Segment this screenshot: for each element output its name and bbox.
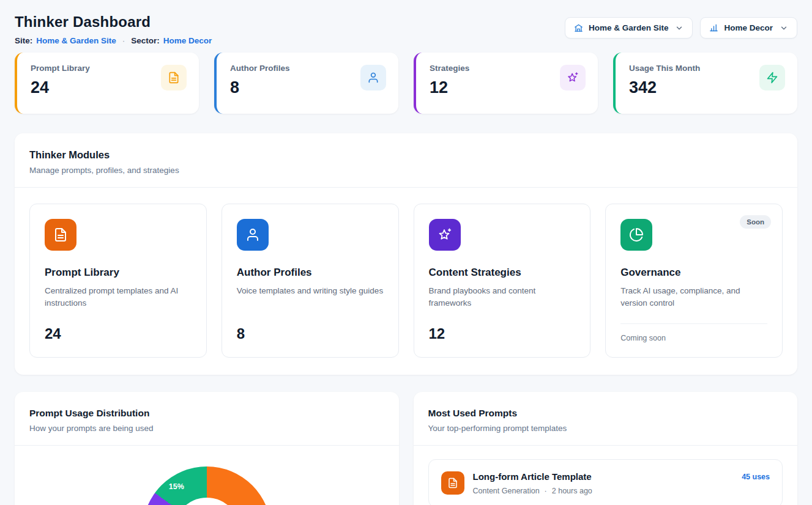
usage-chart-header: Prompt Usage Distribution How your promp… — [15, 392, 399, 445]
module-card-governance[interactable]: Soon Governance Track AI usage, complian… — [605, 204, 783, 358]
bottom-row: Prompt Usage Distribution How your promp… — [15, 392, 797, 505]
usage-distribution-panel: Prompt Usage Distribution How your promp… — [15, 392, 399, 505]
sector-selector-label: Home Decor — [724, 23, 773, 32]
stat-value: 8 — [230, 78, 290, 97]
topbar: Thinker Dashboard Site: Home & Garden Si… — [15, 13, 797, 45]
donut-segment-label: 15% — [169, 482, 184, 491]
site-sector-line: Site: Home & Garden Site · Sector: Home … — [15, 36, 212, 45]
modules-header: Thinker Modules Manage prompts, profiles… — [15, 133, 797, 187]
module-description: Brand playbooks and content frameworks — [429, 285, 576, 317]
prompt-title: Long-form Article Template — [473, 471, 734, 482]
stat-value: 342 — [629, 78, 700, 97]
module-title: Author Profiles — [237, 267, 384, 279]
user-icon — [237, 219, 269, 251]
pie-chart-icon — [620, 219, 652, 251]
dashboard-page: Thinker Dashboard Site: Home & Garden Si… — [0, 0, 812, 505]
module-title: Governance — [620, 267, 767, 279]
soon-badge: Soon — [740, 215, 771, 229]
module-count: 12 — [429, 325, 576, 342]
sector-link[interactable]: Home Decor — [163, 36, 212, 45]
stat-label: Author Profiles — [230, 64, 290, 73]
module-card-author-profiles[interactable]: Author Profiles Voice templates and writ… — [222, 204, 399, 358]
most-used-header: Most Used Prompts Your top-performing pr… — [414, 392, 798, 445]
module-title: Prompt Library — [45, 267, 192, 279]
sector-selector-button[interactable]: Home Decor — [700, 17, 797, 39]
most-used-prompts-panel: Most Used Prompts Your top-performing pr… — [414, 392, 798, 505]
stat-card-strategies: Strategies 12 — [414, 53, 598, 114]
separator-dot: · — [122, 36, 125, 45]
bar-chart-icon — [709, 23, 718, 32]
prompt-category: Content Generation — [473, 487, 540, 495]
document-icon — [441, 471, 464, 495]
chevron-down-icon — [780, 24, 788, 32]
site-label: Site: — [15, 36, 32, 45]
module-card-content-strategies[interactable]: Content Strategies Brand playbooks and c… — [414, 204, 591, 358]
module-title: Content Strategies — [429, 267, 576, 279]
donut-chart — [143, 466, 271, 505]
donut-hole — [174, 498, 240, 505]
coming-soon-label: Coming soon — [620, 323, 767, 342]
usage-chart-title: Prompt Usage Distribution — [29, 408, 384, 419]
chevron-down-icon — [675, 24, 683, 32]
sparkle-icon — [560, 65, 586, 90]
most-used-title: Most Used Prompts — [428, 408, 783, 419]
separator-dot: · — [545, 487, 547, 495]
sector-label: Sector: — [131, 36, 160, 45]
site-selector-label: Home & Garden Site — [589, 23, 669, 32]
stats-row: Prompt Library 24 Author Profiles 8 Stra… — [15, 53, 797, 114]
stat-label: Strategies — [430, 64, 469, 73]
sparkle-icon — [429, 219, 461, 251]
modules-title: Thinker Modules — [29, 149, 783, 161]
header-left: Thinker Dashboard Site: Home & Garden Si… — [15, 13, 212, 45]
site-selector-button[interactable]: Home & Garden Site — [565, 17, 693, 39]
stat-text: Prompt Library 24 — [31, 64, 90, 104]
site-link[interactable]: Home & Garden Site — [36, 36, 116, 45]
module-count: 8 — [237, 325, 384, 342]
module-count: 24 — [45, 325, 192, 342]
usage-chart-subtitle: How your prompts are being used — [29, 424, 384, 433]
stat-card-prompt-library: Prompt Library 24 — [15, 53, 199, 114]
thinker-modules-panel: Thinker Modules Manage prompts, profiles… — [15, 133, 797, 375]
stat-label: Usage This Month — [629, 64, 700, 73]
stat-card-usage: Usage This Month 342 — [613, 53, 797, 114]
modules-grid: Prompt Library Centralized prompt templa… — [15, 188, 797, 375]
module-card-prompt-library[interactable]: Prompt Library Centralized prompt templa… — [29, 204, 207, 358]
stat-label: Prompt Library — [31, 64, 90, 73]
prompt-time: 2 hours ago — [552, 487, 592, 495]
prompt-meta: Content Generation · 2 hours ago — [473, 487, 734, 495]
module-description: Centralized prompt templates and AI inst… — [45, 285, 192, 317]
stat-card-author-profiles: Author Profiles 8 — [214, 53, 398, 114]
building-icon — [574, 23, 583, 32]
stat-text: Strategies 12 — [430, 64, 469, 104]
most-used-subtitle: Your top-performing prompt templates — [428, 424, 783, 433]
chart-area: 15% — [15, 446, 399, 505]
prompt-info: Long-form Article Template Content Gener… — [473, 471, 734, 495]
zap-icon — [759, 65, 785, 90]
prompt-list: Long-form Article Template Content Gener… — [414, 446, 798, 505]
prompt-uses-badge: 45 uses — [742, 473, 770, 481]
user-icon — [360, 65, 386, 90]
stat-value: 12 — [430, 78, 469, 97]
stat-text: Author Profiles 8 — [230, 64, 290, 104]
stat-value: 24 — [31, 78, 90, 97]
module-description: Track AI usage, compliance, and version … — [620, 285, 767, 315]
document-icon — [45, 219, 76, 251]
module-description: Voice templates and writing style guides — [237, 285, 384, 317]
modules-subtitle: Manage prompts, profiles, and strategies — [29, 166, 783, 175]
page-title: Thinker Dashboard — [15, 13, 212, 31]
prompt-item[interactable]: Long-form Article Template Content Gener… — [428, 459, 783, 505]
header-selectors: Home & Garden Site Home Decor — [565, 17, 797, 39]
stat-text: Usage This Month 342 — [629, 64, 700, 104]
document-icon — [161, 65, 187, 90]
